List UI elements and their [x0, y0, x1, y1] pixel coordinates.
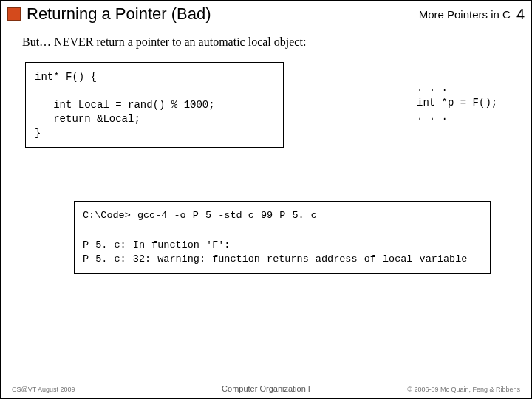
function-code-box: int* F() { int Local = rand() % 1000; re…	[25, 62, 284, 148]
slide-header: Returning a Pointer (Bad) More Pointers …	[1, 1, 531, 30]
footer-center: Computer Organization I	[222, 384, 310, 393]
lead-text: But… NEVER return a pointer to an automa…	[22, 35, 510, 49]
code-row: int* F() { int Local = rand() % 1000; re…	[22, 62, 510, 148]
footer-right: © 2006-09 Mc Quain, Feng & Ribbens	[407, 386, 520, 393]
page-number: 4	[516, 6, 525, 23]
slide-topic: More Pointers in C	[419, 8, 511, 21]
slide-body: But… NEVER return a pointer to an automa…	[1, 30, 531, 274]
slide-footer: CS@VT August 2009 Computer Organization …	[1, 386, 531, 393]
slide: Returning a Pointer (Bad) More Pointers …	[0, 0, 532, 399]
compiler-output-box: C:\Code> gcc-4 -o P 5 -std=c 99 P 5. c P…	[74, 201, 491, 273]
bullet-icon	[7, 7, 21, 21]
caller-code: . . . int *p = F(); . . .	[417, 81, 497, 125]
slide-title: Returning a Pointer (Bad)	[27, 4, 419, 24]
footer-left: CS@VT August 2009	[12, 386, 75, 393]
